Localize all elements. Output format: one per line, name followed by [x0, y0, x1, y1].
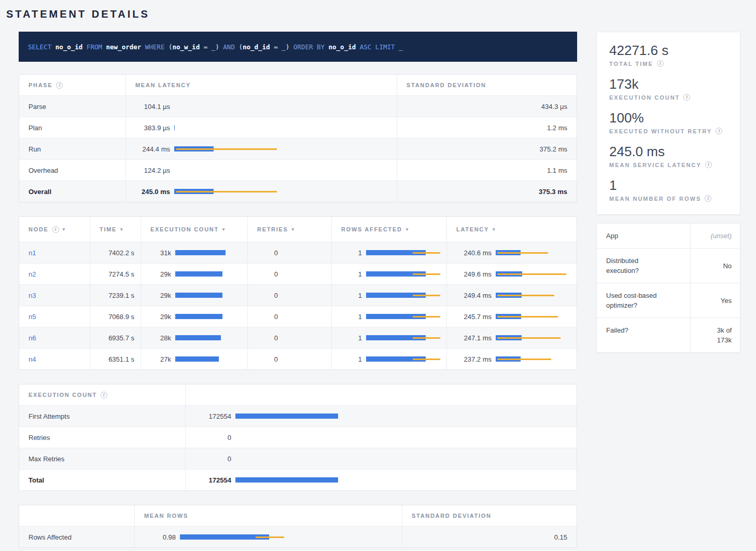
- summary-stat: 173kEXECUTION COUNTi: [609, 76, 727, 101]
- sql-token: FROM: [82, 43, 106, 51]
- stat-value: 1: [609, 177, 727, 193]
- summary-stats-card: 42271.6 sTOTAL TIMEi173kEXECUTION COUNTi…: [596, 32, 740, 215]
- stddev-line: [413, 337, 440, 339]
- rows-affected-cell: 1: [331, 349, 446, 369]
- mean-bar: [175, 335, 221, 340]
- execution-count-value-cell: 0: [185, 448, 577, 469]
- node-statistics-table: NODEi▾TIME▾EXECUTION COUNT▾RETRIES▾ROWS …: [19, 216, 577, 370]
- mean-bar: [235, 414, 338, 419]
- rows-affected-value: 1: [332, 355, 362, 363]
- mean-latency-cell: 124.2 µs: [125, 160, 397, 181]
- column-header-rows-affected[interactable]: ROWS AFFECTED▾: [331, 217, 446, 242]
- execution-count-value: 172554: [186, 412, 231, 420]
- execution-count-row: First Attempts172554: [19, 405, 577, 426]
- page-layout: SELECT no_o_id FROM new_order WHERE (no_…: [19, 32, 740, 551]
- column-header-mean-rows: MEAN ROWS: [134, 505, 402, 526]
- mean-bar: [175, 356, 219, 362]
- property-value: No: [690, 249, 740, 283]
- stddev-line: [413, 273, 440, 275]
- node-link[interactable]: n4: [19, 349, 90, 369]
- mean-latency-value: 124.2 µs: [126, 167, 170, 174]
- info-icon[interactable]: i: [716, 128, 722, 134]
- rows-affected-cell: 1: [331, 264, 446, 284]
- column-header-retries[interactable]: RETRIES▾: [247, 217, 331, 242]
- stat-value: 100%: [609, 110, 727, 126]
- sql-token: ORDER BY: [293, 43, 329, 51]
- table-header-row: NODEi▾TIME▾EXECUTION COUNT▾RETRIES▾ROWS …: [19, 217, 577, 242]
- latency-value: 245.7 ms: [447, 313, 492, 321]
- node-link[interactable]: n5: [19, 306, 90, 327]
- bar-chart: [496, 250, 571, 255]
- info-icon[interactable]: i: [705, 195, 711, 202]
- node-link[interactable]: n3: [19, 285, 90, 306]
- time-value: 7402.2 s: [90, 242, 141, 263]
- bar-chart: [175, 314, 227, 319]
- stddev-value: 375.3 ms: [397, 181, 577, 202]
- stddev-line: [497, 295, 554, 296]
- sort-arrow-icon: ▾: [63, 227, 65, 232]
- sort-arrow-icon: ▾: [493, 227, 495, 232]
- bar-chart: [366, 250, 446, 255]
- info-icon[interactable]: i: [683, 94, 690, 101]
- retries-cell: 0: [247, 285, 331, 306]
- rows-affected-value: 1: [332, 270, 362, 278]
- execution-count-value: 0: [186, 455, 231, 463]
- bar-chart: [180, 534, 393, 540]
- stddev-line: [497, 359, 551, 360]
- info-icon[interactable]: i: [52, 226, 59, 233]
- main-column: SELECT no_o_id FROM new_order WHERE (no_…: [19, 32, 577, 551]
- sql-token: no_d_id: [243, 43, 270, 51]
- info-icon[interactable]: i: [101, 392, 107, 398]
- column-header-node[interactable]: NODEi▾: [19, 217, 90, 242]
- stddev-line: [413, 252, 440, 254]
- latency-value: 237.2 ms: [447, 355, 492, 363]
- rows-affected-table: MEAN ROWSSTANDARD DEVIATIONRows Affected…: [19, 505, 577, 548]
- execution-count-value: 29k: [141, 313, 171, 321]
- retries-cell: 0: [247, 306, 331, 327]
- column-header-label: LATENCY: [456, 226, 489, 232]
- property-row: Failed?3k of 173k: [597, 318, 740, 352]
- info-icon[interactable]: i: [56, 82, 63, 89]
- sql-token: = _): [200, 43, 223, 51]
- sql-token: no_o_id: [55, 43, 83, 51]
- rows-affected-value: 1: [332, 313, 362, 321]
- node-link[interactable]: n2: [19, 264, 90, 284]
- execution-count-value: 172554: [186, 476, 231, 484]
- phase-label: Run: [19, 139, 125, 159]
- retries-value: 0: [248, 334, 278, 342]
- info-icon[interactable]: i: [657, 60, 664, 67]
- stat-value: 245.0 ms: [609, 144, 727, 159]
- bar-chart: [175, 356, 227, 362]
- node-link[interactable]: n6: [19, 327, 90, 348]
- sort-arrow-icon: ▾: [292, 227, 295, 232]
- summary-stat: 1MEAN NUMBER OF ROWSi: [609, 177, 727, 202]
- execution-count-cell: 28k: [141, 327, 247, 348]
- retries-cell: 0: [247, 264, 331, 284]
- bar-chart: [235, 435, 571, 440]
- sql-token: new_order: [106, 43, 142, 51]
- stddev-line: [497, 316, 558, 318]
- column-header-label: TIME: [100, 226, 117, 232]
- mean-latency-value: 244.4 ms: [126, 145, 170, 153]
- execution-count-cell: 29k: [141, 285, 247, 306]
- bar-chart: [496, 293, 571, 298]
- stddev-value: 1.2 ms: [397, 117, 577, 138]
- mean-latency-value: 104.1 µs: [126, 103, 170, 111]
- stddev-line: [413, 295, 440, 296]
- bar-chart: [496, 356, 571, 362]
- sql-token: WHERE: [141, 43, 169, 51]
- node-link[interactable]: n1: [19, 242, 90, 263]
- column-header-time[interactable]: TIME▾: [90, 217, 141, 242]
- stddev-line: [413, 359, 440, 360]
- side-column: 42271.6 sTOTAL TIMEi173kEXECUTION COUNTi…: [596, 32, 740, 353]
- mean-bar: [175, 314, 222, 319]
- column-header-latency[interactable]: LATENCY▾: [446, 217, 577, 242]
- info-icon[interactable]: i: [705, 161, 712, 168]
- rows-affected-cell: 1: [331, 242, 446, 263]
- execution-count-value: 31k: [141, 249, 171, 257]
- column-header-execution-count[interactable]: EXECUTION COUNT▾: [141, 217, 247, 242]
- execution-count-cell: 31k: [141, 242, 247, 263]
- summary-stat: 100%EXECUTED WITHOUT RETRYi: [609, 110, 727, 134]
- bar-chart: [366, 314, 446, 319]
- table-header-row: MEAN ROWSSTANDARD DEVIATION: [19, 505, 577, 526]
